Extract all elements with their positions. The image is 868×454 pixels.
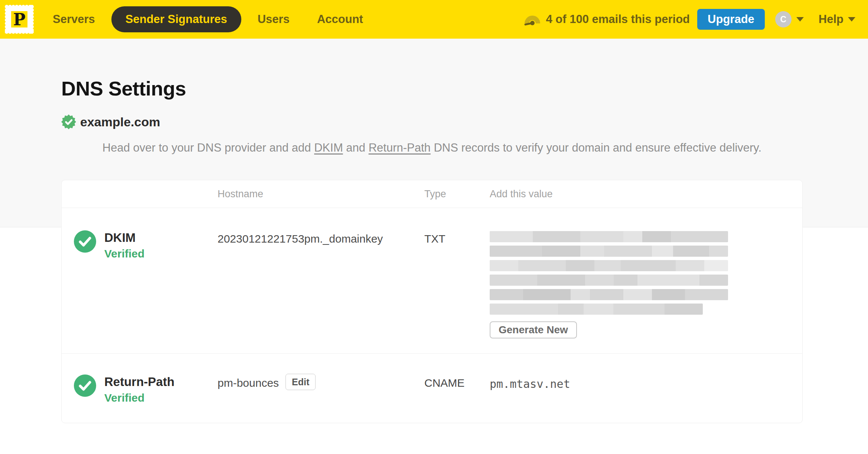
hostname-value: 20230121221753pm._domainkey xyxy=(218,233,383,245)
gauge-icon xyxy=(524,13,541,26)
upgrade-button[interactable]: Upgrade xyxy=(697,9,765,30)
nav-menu: Servers Sender Signatures Users Account xyxy=(53,6,363,32)
intro-and: and xyxy=(343,141,369,154)
table-header-row: Hostname Type Add this value xyxy=(62,180,802,208)
dns-records-card: Hostname Type Add this value DKIM Verifi… xyxy=(61,180,803,423)
account-menu[interactable]: C xyxy=(775,11,804,27)
domain-row: example.com xyxy=(61,114,803,129)
return-path-type: CNAME xyxy=(424,375,490,404)
intro-text: Head over to your DNS provider and add D… xyxy=(61,139,803,157)
status-badge: Verified xyxy=(104,247,144,260)
caret-down-icon xyxy=(848,17,855,22)
main-content: DNS Settings example.com Head over to yo… xyxy=(61,39,803,423)
intro-before: Head over to your DNS provider and add xyxy=(102,141,314,154)
verified-seal-icon xyxy=(61,114,76,129)
dkim-type: TXT xyxy=(424,231,490,338)
dkim-link[interactable]: DKIM xyxy=(314,141,343,154)
domain-name: example.com xyxy=(80,115,160,129)
record-name: DKIM xyxy=(104,231,144,244)
redacted-value-bar xyxy=(490,231,728,242)
nav-item-account[interactable]: Account xyxy=(317,13,363,26)
logo-letter: P xyxy=(13,10,25,29)
postmark-logo-icon[interactable]: P xyxy=(4,4,34,34)
nav-item-sender-signatures[interactable]: Sender Signatures xyxy=(111,6,241,32)
record-name: Return-Path xyxy=(104,375,174,389)
dkim-hostname: 20230121221753pm._domainkey xyxy=(218,231,424,338)
caret-down-icon xyxy=(796,17,804,22)
dkim-value-cell: Generate New xyxy=(490,231,802,338)
nav-item-users[interactable]: Users xyxy=(258,13,290,26)
check-icon xyxy=(74,374,96,397)
redacted-value-bar xyxy=(490,304,703,315)
return-path-hostname: pm-bounces Edit xyxy=(218,375,424,404)
usage-indicator[interactable]: 4 of 100 emails this period xyxy=(524,13,690,26)
edit-button[interactable]: Edit xyxy=(285,374,316,390)
return-path-status-cell: Return-Path Verified xyxy=(62,375,218,404)
status-badge: Verified xyxy=(104,392,174,404)
dkim-status-cell: DKIM Verified xyxy=(62,231,218,338)
table-row-return-path: Return-Path Verified pm-bounces Edit CNA… xyxy=(62,354,802,423)
redacted-value-bar xyxy=(490,275,728,286)
redacted-value-bar xyxy=(490,289,728,300)
nav-right: 4 of 100 emails this period Upgrade C He… xyxy=(524,9,855,30)
help-menu[interactable]: Help xyxy=(819,13,855,26)
return-path-link[interactable]: Return-Path xyxy=(369,141,431,154)
top-nav: P Servers Sender Signatures Users Accoun… xyxy=(0,0,868,39)
redacted-value-bar xyxy=(490,260,728,271)
column-header-value: Add this value xyxy=(490,188,802,200)
redacted-value-bar xyxy=(490,246,728,257)
help-label: Help xyxy=(819,13,843,26)
redacted-dns-value xyxy=(490,231,728,315)
table-row-dkim: DKIM Verified 20230121221753pm._domainke… xyxy=(62,208,802,354)
column-header-hostname: Hostname xyxy=(218,188,424,200)
hostname-value: pm-bounces xyxy=(218,377,279,389)
column-header-type: Type xyxy=(424,188,490,200)
avatar: C xyxy=(775,11,792,27)
check-icon xyxy=(74,230,96,253)
return-path-value: pm.mtasv.net xyxy=(490,375,802,404)
intro-after: DNS records to verify your domain and en… xyxy=(431,141,761,154)
nav-item-servers[interactable]: Servers xyxy=(53,13,95,26)
usage-text: 4 of 100 emails this period xyxy=(546,13,690,26)
page-title: DNS Settings xyxy=(61,77,803,100)
generate-new-button[interactable]: Generate New xyxy=(490,321,577,338)
